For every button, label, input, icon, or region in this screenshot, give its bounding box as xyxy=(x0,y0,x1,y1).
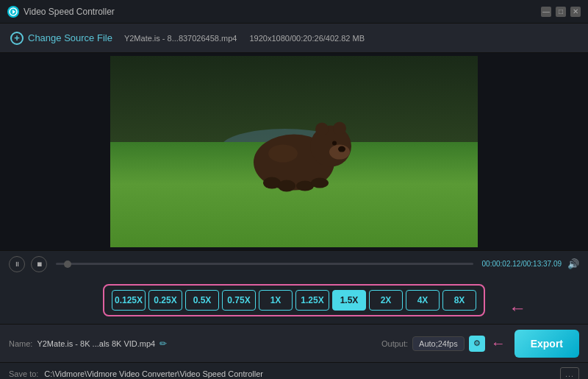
down-arrow-annotation: ↓ xyxy=(509,305,529,314)
name-section: Name: Y2Mate.is - 8K ...als 8K VID.mp4 ✏ xyxy=(9,339,373,349)
app-title: Video Speed Controller xyxy=(24,7,541,17)
app-icon xyxy=(7,6,19,18)
plus-circle-icon: + xyxy=(10,32,24,45)
speed-buttons-wrapper: 0.125X0.25X0.5X0.75X1X1.25X1.5X2X4X8X xyxy=(103,284,485,316)
browse-button[interactable]: ... xyxy=(560,367,579,380)
save-path: C:\Vidmore\Vidmore Video Converter\Video… xyxy=(44,369,554,378)
toolbar: + Change Source File Y2Mate.is - 8...837… xyxy=(0,24,588,53)
speed-button-2X[interactable]: 2X xyxy=(369,290,403,311)
stop-icon: ⏹ xyxy=(36,261,43,268)
speed-button-4X[interactable]: 4X xyxy=(406,290,440,311)
bear-scene xyxy=(110,56,478,247)
export-button[interactable]: Export xyxy=(514,330,579,358)
current-time: 00:00:02.12 xyxy=(482,260,521,268)
pause-button[interactable]: ⏸ xyxy=(9,256,25,272)
change-source-button[interactable]: + Change Source File xyxy=(10,32,112,45)
minimize-button[interactable]: — xyxy=(541,7,551,17)
total-time: 00:13:37.09 xyxy=(523,260,562,268)
playback-bar: ⏸ ⏹ 00:00:02.12/00:13:37.09 🔊 xyxy=(0,250,588,277)
bear-image xyxy=(228,104,360,202)
svg-point-5 xyxy=(338,146,345,152)
file-name: Y2Mate.is - 8...837026458.mp4 xyxy=(124,34,237,43)
pause-icon: ⏸ xyxy=(14,261,21,268)
name-label: Name: xyxy=(9,339,32,348)
file-meta: 1920x1080/00:20:26/402.82 MB xyxy=(249,34,365,43)
output-value: Auto;24fps xyxy=(412,336,465,351)
speed-button-05X[interactable]: 0.5X xyxy=(185,290,219,311)
save-label: Save to: xyxy=(9,369,38,378)
maximize-button[interactable]: □ xyxy=(556,7,566,17)
svg-point-12 xyxy=(311,178,329,188)
video-container xyxy=(0,53,588,250)
svg-marker-1 xyxy=(12,10,15,14)
volume-icon[interactable]: 🔊 xyxy=(567,258,579,269)
svg-point-10 xyxy=(278,180,295,192)
window-controls: — □ ✕ xyxy=(541,7,581,17)
name-value: Y2Mate.is - 8K ...als 8K VID.mp4 xyxy=(37,339,155,348)
svg-point-7 xyxy=(333,122,346,135)
svg-point-6 xyxy=(315,123,329,136)
speed-button-0125X[interactable]: 0.125X xyxy=(112,290,146,311)
save-bar: Save to: C:\Vidmore\Vidmore Video Conver… xyxy=(0,362,588,379)
speed-button-8X[interactable]: 8X xyxy=(442,290,476,311)
title-bar: Video Speed Controller — □ ✕ xyxy=(0,0,588,24)
time-display: 00:00:02.12/00:13:37.09 xyxy=(482,260,562,268)
output-label: Output: xyxy=(381,339,408,348)
svg-point-13 xyxy=(268,145,298,163)
progress-track[interactable] xyxy=(56,263,473,265)
speed-button-025X[interactable]: 0.25X xyxy=(148,290,182,311)
edit-icon[interactable]: ✏ xyxy=(159,339,167,349)
speed-button-1X[interactable]: 1X xyxy=(259,290,293,311)
output-section: Output: Auto;24fps ⚙ ← xyxy=(381,335,506,352)
close-button[interactable]: ✕ xyxy=(570,7,581,17)
change-source-label: Change Source File xyxy=(28,32,112,43)
progress-dot xyxy=(64,261,71,268)
stop-button[interactable]: ⏹ xyxy=(31,256,47,272)
speed-button-15X[interactable]: 1.5X xyxy=(332,290,366,311)
speed-button-125X[interactable]: 1.25X xyxy=(295,290,329,311)
bottom-bar: Name: Y2Mate.is - 8K ...als 8K VID.mp4 ✏… xyxy=(0,324,588,362)
file-info: Y2Mate.is - 8...837026458.mp4 1920x1080/… xyxy=(124,34,375,43)
video-thumbnail xyxy=(110,56,478,247)
svg-point-8 xyxy=(332,141,337,146)
gear-button[interactable]: ⚙ xyxy=(469,336,485,352)
speed-section: 0.125X0.25X0.5X0.75X1X1.25X1.5X2X4X8X xyxy=(0,277,588,324)
speed-button-075X[interactable]: 0.75X xyxy=(222,290,256,311)
left-arrow-annotation: ← xyxy=(491,335,506,352)
